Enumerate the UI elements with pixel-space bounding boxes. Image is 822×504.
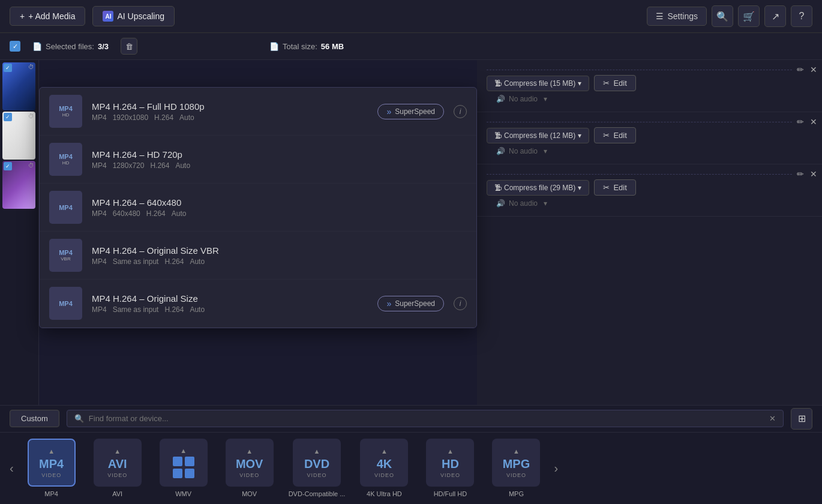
chevron-up-wmv: ▲ [180,447,187,454]
compress-icon-1: 🗜 [494,79,502,88]
format-card-box-dvd: ▲ DVD VIDEO [293,439,341,487]
grid-view-button[interactable]: ⊞ [791,408,812,430]
compress-button-3[interactable]: 🗜 Compress file (29 MB) ▾ [487,180,589,196]
file-thumb-1[interactable]: ✓ ⏱ [2,62,35,110]
file-bar: ✓ 📄 Selected files: 3/3 🗑 📄 Total size: … [0,33,822,60]
ai-upscaling-button[interactable]: AI AI Upscaling [92,6,175,26]
edit-button-1[interactable]: ✂ Edit [594,75,635,91]
file-check-3: ✓ [4,162,12,170]
top-bar: + + Add Media AI AI Upscaling ☰ Settings… [0,0,822,33]
format-nav-left[interactable]: ‹ [5,461,19,475]
search-icon-inner: 🔍 [74,414,84,423]
format-search-input[interactable] [89,414,764,423]
compress-button-2[interactable]: 🗜 Compress file (12 MB) ▾ [487,128,589,143]
format-card-hd[interactable]: ▲ HD VIDEO HD/Full HD [417,435,483,501]
no-audio-row-2: 🔊 No audio ▾ [487,143,792,161]
file-clock-icon-2: ⏱ [28,113,34,119]
delete-selected-button[interactable]: 🗑 [121,38,137,55]
file-thumb-2[interactable]: ✓ ⏱ [2,112,35,160]
grid-icon: ⊞ [798,413,806,424]
top-bar-left: + + Add Media AI AI Upscaling [10,6,640,26]
format-icon-mp4-orig: MP4 [49,287,82,320]
edit-button-3[interactable]: ✂ Edit [594,179,635,196]
pencil-icon-1[interactable]: ✏ [797,65,804,74]
svg-rect-2 [173,469,182,478]
no-audio-row-3: 🔊 No audio ▾ [487,196,792,214]
compress-button-1[interactable]: 🗜 Compress file (15 MB) ▾ [487,76,589,91]
settings-button[interactable]: ☰ Settings [647,7,707,26]
format-option-mp4-640[interactable]: MP4 MP4 H.264 – 640x480 MP4 640x480 H.26… [40,184,476,232]
windows-logo-icon [173,457,194,478]
format-search-box: 🔍 ✕ [67,410,784,427]
format-card-dvd[interactable]: ▲ DVD VIDEO DVD-Compatible ... [283,435,352,501]
search-clear-button[interactable]: ✕ [769,414,776,423]
file-row-1: ✏ ✕ 🗜 Compress file (15 MB) ▾ ✂ Edit 🔊 N… [477,60,822,112]
format-card-wmv[interactable]: ▲ WMV [151,435,217,501]
info-button-5[interactable]: i [454,297,467,310]
pencil-icon-3[interactable]: ✏ [797,169,804,179]
format-card-mpg[interactable]: ▲ MPG VIDEO MPG [483,435,549,501]
format-card-avi[interactable]: ▲ AVI VIDEO AVI [85,435,151,501]
chevron-down-icon-audio-2: ▾ [544,147,547,155]
format-popup: MP4 HD MP4 H.264 – Full HD 1080p MP4 192… [39,87,477,328]
chevron-down-icon-audio-1: ▾ [544,95,547,103]
file-clock-icon-1: ⏱ [28,64,34,70]
file-row-2: ✏ ✕ 🗜 Compress file (12 MB) ▾ ✂ Edit 🔊 N… [477,112,822,164]
help-button[interactable]: ? [791,5,812,27]
file-icon: 📄 [32,42,42,51]
format-card-4k[interactable]: ▲ 4K VIDEO 4K Ultra HD [351,435,417,501]
info-button-1[interactable]: i [454,105,467,118]
chevron-down-icon-1: ▾ [578,79,581,88]
format-option-mp4-vbr[interactable]: MP4 VBR MP4 H.264 – Original Size VBR MP… [40,232,476,280]
format-icon-mp4-1080p: MP4 HD [49,95,82,128]
file-thumb-3[interactable]: ✓ ⏱ [2,161,35,209]
chevron-up-mp4: ▲ [48,448,55,455]
share-button[interactable]: ↗ [764,5,786,27]
chevron-down-icon-audio-3: ▾ [544,199,547,208]
edit-button-2[interactable]: ✂ Edit [594,127,635,143]
format-card-mp4[interactable]: ▲ MP4 VIDEO MP4 [19,435,85,501]
chevron-up-mov: ▲ [246,448,253,455]
custom-button[interactable]: Custom [10,410,59,427]
select-all-checkbox[interactable]: ✓ [10,41,20,52]
search-button[interactable]: 🔍 [712,5,733,27]
compress-icon-2: 🗜 [494,131,502,140]
audio-icon-3: 🔊 [496,199,505,208]
format-info-mp4-720p: MP4 H.264 – HD 720p MP4 1280x720 H.264 A… [92,149,467,170]
right-panel: ✏ ✕ 🗜 Compress file (15 MB) ▾ ✂ Edit 🔊 N… [477,60,822,405]
file-check-1: ✓ [4,64,12,72]
cart-icon: 🛒 [743,11,755,22]
pencil-icon-2[interactable]: ✏ [797,117,804,127]
format-nav-right[interactable]: › [549,461,563,475]
file-clock-icon-3: ⏱ [28,162,34,169]
search-icon: 🔍 [716,11,728,22]
scissors-icon-1: ✂ [603,79,610,88]
format-option-mp4-720p[interactable]: MP4 HD MP4 H.264 – HD 720p MP4 1280x720 … [40,136,476,184]
close-icon-3[interactable]: ✕ [810,169,817,179]
format-info-mp4-vbr: MP4 H.264 – Original Size VBR MP4 Same a… [92,245,467,266]
format-info-mp4-1080p: MP4 H.264 – Full HD 1080p MP4 1920x1080 … [92,101,368,122]
close-icon-2[interactable]: ✕ [810,117,817,127]
format-icon-mp4-vbr: MP4 VBR [49,239,82,272]
chevron-down-icon-3: ▾ [578,184,581,192]
format-option-mp4-orig[interactable]: MP4 MP4 H.264 – Original Size MP4 Same a… [40,280,476,328]
format-info-mp4-orig: MP4 H.264 – Original Size MP4 Same as in… [92,293,368,314]
add-media-button[interactable]: + + Add Media [10,7,85,26]
no-audio-row-1: 🔊 No audio ▾ [487,91,792,109]
format-option-mp4-1080p[interactable]: MP4 HD MP4 H.264 – Full HD 1080p MP4 192… [40,88,476,136]
file-size-icon: 📄 [269,42,279,51]
superspeed-icon-1: » [386,107,391,116]
ai-icon: AI [103,11,113,22]
superspeed-icon-5: » [386,299,391,308]
svg-rect-1 [185,457,194,466]
cart-button[interactable]: 🛒 [738,5,760,27]
format-card-box-wmv: ▲ [160,439,208,487]
superspeed-badge-1: » SuperSpeed [377,104,444,119]
format-search-bar: Custom 🔍 ✕ ⊞ [0,406,822,433]
plus-icon: + [20,11,25,21]
close-icon-1[interactable]: ✕ [810,65,817,74]
format-card-mov[interactable]: ▲ MOV VIDEO MOV [217,435,283,501]
format-icons-row: ‹ ▲ MP4 VIDEO MP4 ▲ AVI VIDEO AVI ▲ [0,433,822,504]
main-area: ✓ ⏱ ✓ ⏱ ✓ ⏱ MP4 HD MP4 H.264 – Full HD 1… [0,60,822,405]
format-card-box-mpg: ▲ MPG VIDEO [492,439,540,487]
